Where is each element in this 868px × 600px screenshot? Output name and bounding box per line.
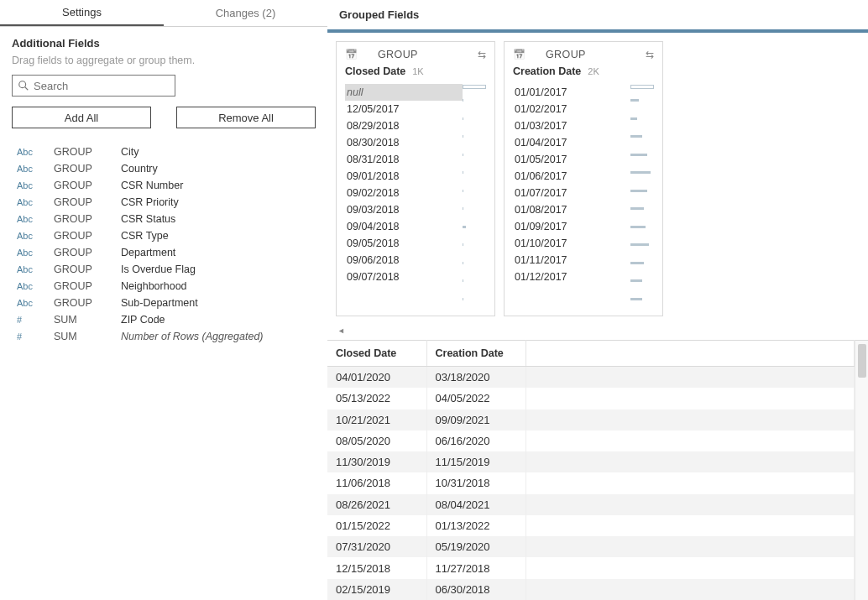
field-type-icon: Abc [12, 231, 54, 241]
field-type-icon: Abc [12, 180, 54, 190]
card-value[interactable]: 09/05/2018 [345, 235, 463, 252]
card-value[interactable]: 01/05/2017 [513, 151, 630, 168]
card-value[interactable]: 01/09/2017 [513, 218, 630, 235]
field-type-icon: Abc [12, 281, 54, 291]
field-row[interactable]: AbcGROUPCSR Number [12, 177, 316, 194]
table-row[interactable]: 11/30/201911/15/2019 [327, 451, 855, 472]
card-agg-label: GROUP [546, 49, 586, 60]
field-row[interactable]: AbcGROUPCSR Status [12, 211, 316, 227]
card-sparkline [630, 84, 656, 307]
card-value[interactable]: 12/05/2017 [345, 101, 463, 117]
card-value[interactable]: 08/30/2018 [345, 134, 463, 151]
card-value[interactable]: 01/10/2017 [513, 235, 630, 252]
swap-icon[interactable]: ⇆ [478, 49, 486, 60]
field-row[interactable]: #SUMNumber of Rows (Aggregated) [12, 328, 316, 345]
card-value[interactable]: 01/11/2017 [513, 252, 630, 269]
card-value[interactable]: 09/01/2018 [345, 168, 463, 185]
tab-settings[interactable]: Settings [0, 0, 164, 26]
table-cell: 05/19/2020 [426, 536, 526, 557]
table-row[interactable]: 01/15/202201/13/2022 [327, 515, 855, 536]
left-panel: Settings Changes (2) Additional Fields D… [0, 0, 327, 600]
table-row[interactable]: 12/15/201811/27/2018 [327, 557, 855, 578]
card-value[interactable]: 09/04/2018 [345, 218, 463, 235]
table-cell: 02/15/2019 [327, 579, 426, 600]
field-agg: GROUP [54, 180, 121, 191]
table-row[interactable]: 05/13/202204/05/2022 [327, 388, 855, 409]
table-row[interactable]: 08/05/202006/16/2020 [327, 430, 855, 451]
data-table-wrap: Closed DateCreation Date04/01/202003/18/… [327, 340, 868, 600]
table-cell: 04/05/2022 [426, 388, 526, 409]
card-value[interactable]: 01/06/2017 [513, 168, 630, 185]
table-row[interactable]: 02/15/201906/30/2018 [327, 579, 855, 600]
group-card[interactable]: 📅GROUP⇆Creation Date2K01/01/201701/02/20… [504, 41, 663, 316]
card-value[interactable]: null [345, 84, 463, 101]
table-row[interactable]: 10/21/202109/09/2021 [327, 410, 855, 430]
swap-icon[interactable]: ⇆ [646, 49, 654, 60]
card-values: null12/05/201708/29/201808/30/201808/31/… [345, 84, 463, 307]
card-value[interactable]: 09/03/2018 [345, 201, 463, 218]
field-type-icon: Abc [12, 214, 54, 224]
field-row[interactable]: AbcGROUPCity [12, 143, 316, 160]
field-row[interactable]: AbcGROUPSub-Department [12, 295, 316, 311]
table-cell: 05/13/2022 [327, 388, 426, 409]
field-row[interactable]: AbcGROUPCSR Priority [12, 194, 316, 211]
field-row[interactable]: #SUMZIP Code [12, 311, 316, 328]
horizontal-scroll[interactable]: ◄ [337, 325, 858, 337]
field-row[interactable]: AbcGROUPCSR Type [12, 227, 316, 244]
field-name: CSR Status [121, 213, 316, 225]
card-subhead: Closed Date1K [337, 62, 494, 84]
table-cell: 11/06/2018 [327, 472, 426, 493]
field-name: Sub-Department [121, 297, 316, 309]
table-cell: 10/21/2021 [327, 410, 426, 430]
card-value[interactable]: 09/06/2018 [345, 252, 463, 269]
search-input[interactable] [34, 80, 175, 92]
table-header[interactable]: Creation Date [426, 341, 526, 367]
remove-all-button[interactable]: Remove All [176, 107, 316, 128]
svg-point-0 [19, 81, 26, 88]
table-row[interactable]: 07/31/202005/19/2020 [327, 536, 855, 557]
table-cell: 01/15/2022 [327, 515, 426, 536]
table-row[interactable]: 04/01/202003/18/2020 [327, 367, 855, 389]
card-value[interactable]: 01/08/2017 [513, 201, 630, 218]
card-value[interactable]: 08/31/2018 [345, 151, 463, 168]
add-all-button[interactable]: Add All [12, 107, 151, 128]
table-cell: 08/26/2021 [327, 494, 426, 515]
grouped-fields-header: Grouped Fields [327, 0, 868, 33]
card-value[interactable]: 01/01/2017 [513, 84, 630, 101]
scroll-left-arrow[interactable]: ◄ [337, 326, 345, 335]
card-value[interactable]: 01/03/2017 [513, 117, 630, 134]
group-card[interactable]: 📅GROUP⇆Closed Date1Knull12/05/201708/29/… [336, 41, 495, 316]
field-row[interactable]: AbcGROUPIs Overdue Flag [12, 261, 316, 278]
vertical-scrollbar[interactable] [855, 340, 868, 600]
field-agg: GROUP [54, 297, 121, 309]
table-cell: 06/16/2020 [426, 430, 526, 451]
card-value[interactable]: 09/02/2018 [345, 185, 463, 201]
card-value[interactable]: 08/29/2018 [345, 117, 463, 134]
field-name: Number of Rows (Aggregated) [121, 331, 316, 342]
table-cell: 03/18/2020 [426, 367, 526, 389]
field-row[interactable]: AbcGROUPCountry [12, 160, 316, 177]
field-row[interactable]: AbcGROUPNeighborhood [12, 278, 316, 295]
tab-changes[interactable]: Changes (2) [164, 0, 327, 26]
card-value[interactable]: 01/12/2017 [513, 269, 630, 285]
card-value[interactable]: 01/04/2017 [513, 134, 630, 151]
card-value[interactable]: 01/07/2017 [513, 185, 630, 201]
search-input-wrap[interactable] [12, 75, 175, 97]
table-row[interactable]: 08/26/202108/04/2021 [327, 494, 855, 515]
field-type-icon: Abc [12, 248, 54, 258]
field-row[interactable]: AbcGROUPDepartment [12, 244, 316, 261]
card-head: 📅GROUP⇆ [505, 42, 662, 62]
calendar-icon: 📅 [345, 49, 358, 60]
field-agg: GROUP [54, 213, 121, 225]
card-value[interactable]: 01/02/2017 [513, 101, 630, 117]
field-type-icon: Abc [12, 164, 54, 174]
card-count: 2K [588, 66, 599, 76]
card-title: Closed Date [345, 65, 405, 77]
table-header[interactable]: Closed Date [327, 341, 426, 367]
table-row[interactable]: 11/06/201810/31/2018 [327, 472, 855, 493]
scroll-thumb[interactable] [858, 344, 866, 378]
card-count: 1K [412, 66, 423, 76]
field-agg: GROUP [54, 230, 121, 242]
card-value[interactable]: 09/07/2018 [345, 269, 463, 285]
table-cell: 04/01/2020 [327, 367, 426, 389]
